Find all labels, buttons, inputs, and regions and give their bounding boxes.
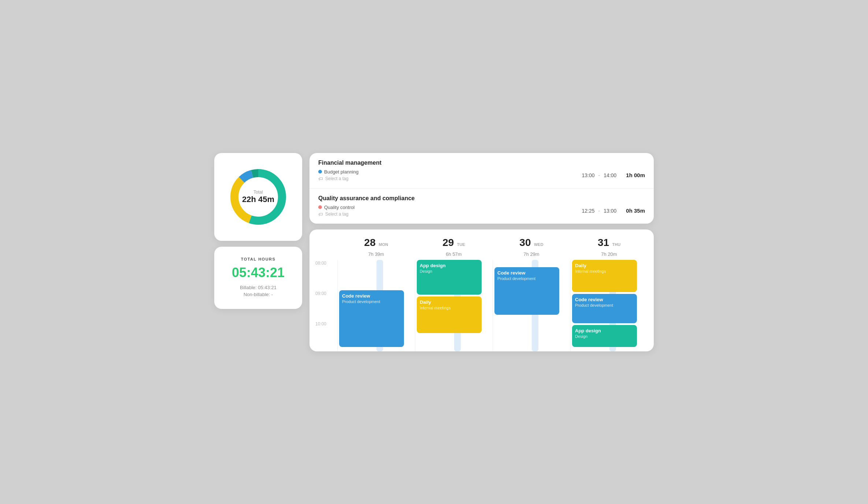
event-mon-cr-sub: Product development xyxy=(342,299,401,304)
event-thu-app-design[interactable]: App design Design xyxy=(572,325,637,347)
tag-icon-financial: 🏷 xyxy=(318,176,323,182)
cal-day-name-tue: TUE xyxy=(457,242,465,247)
entry-left-quality: Quality control 🏷 Select a tag xyxy=(318,205,355,217)
entry-project-quality: Quality control xyxy=(318,205,355,210)
event-wed-cr-title: Code review xyxy=(497,270,556,276)
billable-label: Billable: xyxy=(240,285,257,290)
cal-col-wed: Code review Product development xyxy=(493,260,570,351)
end-time-quality: 13:00 xyxy=(604,208,616,214)
cal-total-mon: 7h 39m xyxy=(337,251,415,257)
cal-total-wed: 7h 29m xyxy=(493,251,570,257)
time-entries-card: Financial management Budget planning 🏷 S… xyxy=(309,153,654,224)
entry-title-financial: Financial management xyxy=(318,160,645,166)
project-dot-quality xyxy=(318,205,322,209)
entry-tag-financial[interactable]: 🏷 Select a tag xyxy=(318,176,359,182)
tag-icon-quality: 🏷 xyxy=(318,212,323,217)
event-wed-code-review[interactable]: Code review Product development xyxy=(494,267,559,315)
billable-value: 05:43:21 xyxy=(258,285,277,290)
main-container: Total 22h 45m TOTAL HOURS 05:43:21 Billa… xyxy=(214,153,654,351)
donut-chart: Total 22h 45m xyxy=(225,164,291,230)
event-tue-app-design[interactable]: App design Design xyxy=(417,260,482,295)
project-dot-financial xyxy=(318,170,322,173)
donut-chart-card: Total 22h 45m xyxy=(214,153,302,241)
calendar-card: 28 MON 29 TUE 30 WED 31 THU xyxy=(309,229,654,351)
time-label-10: 10:00 xyxy=(315,321,337,351)
total-hours-card: TOTAL HOURS 05:43:21 Billable: 05:43:21 … xyxy=(214,247,302,309)
donut-label: Total xyxy=(242,190,274,195)
cal-header-thu: 31 THU xyxy=(570,235,648,250)
time-label-09: 09:00 xyxy=(315,290,337,321)
project-name-financial: Budget planning xyxy=(324,169,359,175)
event-thu-daily[interactable]: Daily Internal meetings xyxy=(572,260,637,292)
nonbillable-label: Non-billable: xyxy=(244,292,270,297)
entry-quality: Quality assurance and compliance Quality… xyxy=(309,188,654,224)
donut-center: Total 22h 45m xyxy=(242,190,274,204)
event-thu-daily-title: Daily xyxy=(575,263,634,269)
nonbillable-detail: Non-billable: - xyxy=(222,292,295,297)
nonbillable-value: - xyxy=(271,292,273,297)
cal-total-thu: 7h 20m xyxy=(570,251,648,257)
event-tue-ad-title: App design xyxy=(420,263,479,269)
project-name-quality: Quality control xyxy=(324,205,355,210)
tag-label-financial: Select a tag xyxy=(325,176,348,181)
left-column: Total 22h 45m TOTAL HOURS 05:43:21 Billa… xyxy=(214,153,302,351)
entry-title-quality: Quality assurance and compliance xyxy=(318,195,645,202)
hours-value: 05:43:21 xyxy=(222,265,295,280)
event-thu-daily-sub: Internal meetings xyxy=(575,269,634,273)
entry-meta-financial: Budget planning 🏷 Select a tag 13:00 - 1… xyxy=(318,169,645,182)
cal-col-thu: Daily Internal meetings Code review Prod… xyxy=(570,260,648,351)
cal-header-tue: 29 TUE xyxy=(415,235,493,250)
time-sep-quality: - xyxy=(598,208,600,214)
duration-financial: 1h 00m xyxy=(626,172,645,178)
cal-day-num-tue: 29 xyxy=(442,237,454,248)
cal-col-tue: App design Design Daily Internal meeting… xyxy=(415,260,493,351)
entry-time-financial: 13:00 - 14:00 1h 00m xyxy=(582,172,645,178)
entry-meta-quality: Quality control 🏷 Select a tag 12:25 - 1… xyxy=(318,205,645,217)
cal-col-mon: Code review Product development xyxy=(337,260,415,351)
event-mon-code-review[interactable]: Code review Product development xyxy=(339,290,404,347)
hours-title: TOTAL HOURS xyxy=(222,257,295,261)
right-column: Financial management Budget planning 🏷 S… xyxy=(309,153,654,351)
event-tue-daily[interactable]: Daily Internal meetings xyxy=(417,296,482,333)
cal-time-labels: 08:00 09:00 10:00 xyxy=(315,260,337,351)
tag-label-quality: Select a tag xyxy=(325,212,348,217)
entry-left-financial: Budget planning 🏷 Select a tag xyxy=(318,169,359,182)
cal-header-mon: 28 MON xyxy=(337,235,415,250)
entry-time-quality: 12:25 - 13:00 0h 35m xyxy=(582,208,645,214)
cal-total-spacer xyxy=(315,251,337,257)
end-time-financial: 14:00 xyxy=(604,172,616,178)
event-mon-cr-title: Code review xyxy=(342,293,401,299)
cal-header-wed: 30 WED xyxy=(493,235,570,250)
cal-day-num-wed: 30 xyxy=(519,237,531,248)
event-tue-daily-sub: Internal meetings xyxy=(420,306,479,310)
duration-quality: 0h 35m xyxy=(626,208,645,214)
event-thu-ad-title: App design xyxy=(575,328,634,334)
start-time-financial: 13:00 xyxy=(582,172,595,178)
donut-value: 22h 45m xyxy=(242,195,274,204)
entry-tag-quality[interactable]: 🏷 Select a tag xyxy=(318,212,355,217)
billable-detail: Billable: 05:43:21 xyxy=(222,285,295,290)
cal-time-spacer xyxy=(315,235,337,250)
cal-day-name-mon: MON xyxy=(379,242,388,247)
event-tue-ad-sub: Design xyxy=(420,269,479,273)
event-thu-ad-sub: Design xyxy=(575,334,634,339)
cal-total-tue: 6h 57m xyxy=(415,251,493,257)
cal-day-num-thu: 31 xyxy=(598,237,609,248)
entry-financial: Financial management Budget planning 🏷 S… xyxy=(309,153,654,188)
event-thu-code-review[interactable]: Code review Product development xyxy=(572,294,637,323)
event-thu-cr-sub: Product development xyxy=(575,303,634,307)
start-time-quality: 12:25 xyxy=(582,208,595,214)
entry-project-financial: Budget planning xyxy=(318,169,359,175)
cal-day-name-wed: WED xyxy=(534,242,544,247)
event-thu-cr-title: Code review xyxy=(575,297,634,303)
cal-day-num-mon: 28 xyxy=(364,237,375,248)
event-wed-cr-sub: Product development xyxy=(497,276,556,281)
time-sep-financial: - xyxy=(598,172,600,178)
cal-day-name-thu: THU xyxy=(612,242,621,247)
event-tue-daily-title: Daily xyxy=(420,299,479,305)
time-label-08: 08:00 xyxy=(315,260,337,290)
